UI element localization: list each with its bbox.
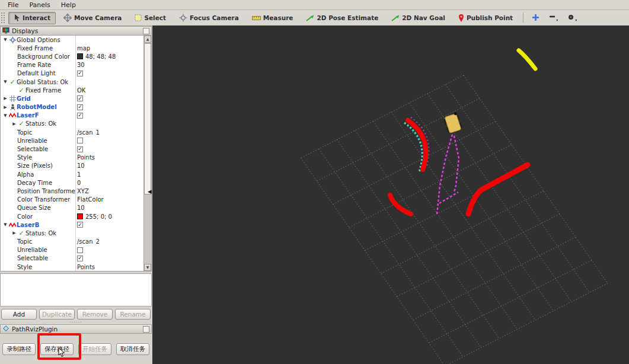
- tree-row[interactable]: ▶Grid✓: [1, 94, 151, 103]
- rename-display-button[interactable]: Rename: [115, 309, 151, 320]
- property-value[interactable]: [75, 138, 151, 143]
- property-value[interactable]: ✓: [75, 222, 151, 228]
- duplicate-display-button[interactable]: Duplicate: [39, 309, 75, 320]
- property-value[interactable]: FlatColor: [75, 196, 151, 203]
- tool-select-button[interactable]: Select: [129, 12, 171, 24]
- expand-arrow-icon[interactable]: ▼: [2, 113, 8, 118]
- tree-scrollbar[interactable]: ▲ ▼: [143, 36, 151, 271]
- menu-help[interactable]: Help: [56, 1, 81, 9]
- tool-properties-button[interactable]: ▾: [564, 12, 580, 23]
- tree-row[interactable]: Fixed Framemap: [1, 44, 151, 52]
- tool-measure-button[interactable]: Measure: [247, 12, 299, 24]
- property-value[interactable]: /scan_1: [75, 129, 151, 136]
- property-value[interactable]: ✓: [75, 104, 151, 110]
- scrollbar-thumb[interactable]: [144, 43, 151, 194]
- tree-row[interactable]: ▼LaserB✓: [1, 221, 151, 229]
- tree-row[interactable]: Decay Time0: [1, 178, 151, 187]
- tree-row[interactable]: Unreliable: [1, 246, 151, 254]
- expand-arrow-icon[interactable]: ▼: [2, 37, 8, 42]
- toolbar-drag-handle[interactable]: [1, 12, 5, 23]
- save-path-button[interactable]: 保存路径: [40, 343, 74, 355]
- property-value[interactable]: 255; 0; 0: [75, 213, 151, 220]
- property-value[interactable]: XYZ: [75, 188, 151, 194]
- property-value[interactable]: [75, 247, 151, 253]
- plugin-panel-header[interactable]: PathRvizPlugin: [0, 324, 152, 334]
- tree-row[interactable]: Color TransformerFlatColor: [1, 196, 151, 204]
- property-value[interactable]: 1: [75, 171, 151, 178]
- checkbox-checked[interactable]: ✓: [77, 222, 83, 228]
- checkbox-checked[interactable]: ✓: [77, 71, 83, 76]
- expand-arrow-icon[interactable]: ▼: [2, 79, 8, 84]
- property-value[interactable]: map: [75, 45, 151, 52]
- tree-row[interactable]: StylePoints: [1, 154, 151, 162]
- property-value[interactable]: ✓: [75, 95, 151, 101]
- property-value[interactable]: Points: [75, 154, 151, 161]
- menu-file[interactable]: File: [3, 1, 23, 9]
- tree-row[interactable]: Frame Rate30: [1, 61, 151, 69]
- cancel-task-button[interactable]: 取消任务: [116, 343, 149, 355]
- panel-float-button[interactable]: [143, 28, 149, 34]
- tool-interact-button[interactable]: Interact: [8, 12, 56, 24]
- property-value[interactable]: ✓: [75, 113, 151, 119]
- panel-float-button[interactable]: [143, 326, 149, 333]
- property-value[interactable]: ✓: [75, 71, 151, 76]
- expand-arrow-icon[interactable]: ▶: [2, 105, 8, 110]
- add-tool-button[interactable]: [529, 12, 542, 24]
- tree-row[interactable]: StylePoints: [1, 263, 151, 271]
- menu-panels[interactable]: Panels: [24, 1, 55, 9]
- tree-row[interactable]: ▶✓Status: Ok: [1, 120, 151, 128]
- property-value[interactable]: 0: [75, 180, 151, 186]
- tool-publish-point-button[interactable]: Publish Point: [453, 12, 518, 24]
- property-value[interactable]: /scan_2: [75, 238, 151, 245]
- tool-move-camera-button[interactable]: Move Camera: [58, 11, 127, 24]
- tree-row[interactable]: ▼Global Options: [1, 36, 151, 44]
- displays-panel-header[interactable]: Displays: [0, 26, 152, 36]
- color-swatch[interactable]: [77, 53, 83, 59]
- property-value[interactable]: 48; 48; 48: [75, 53, 151, 60]
- property-value[interactable]: 10: [75, 205, 151, 211]
- expand-arrow-icon[interactable]: ▶: [11, 122, 17, 126]
- property-value[interactable]: OK: [75, 87, 151, 94]
- tree-row[interactable]: Background Color48; 48; 48: [1, 52, 151, 60]
- checkbox-checked[interactable]: ✓: [77, 113, 83, 119]
- tree-row[interactable]: ✓Fixed FrameOK: [1, 86, 151, 94]
- color-swatch[interactable]: [77, 213, 83, 219]
- property-value[interactable]: ✓: [75, 146, 151, 152]
- record-path-button[interactable]: 录制路径: [2, 343, 36, 355]
- tree-row[interactable]: Topic/scan_2: [1, 238, 151, 246]
- tool-focus-camera-button[interactable]: Focus Camera: [174, 11, 244, 24]
- tree-row[interactable]: ▶✓Status: Ok: [1, 229, 151, 237]
- tree-row[interactable]: Topic/scan_1: [1, 128, 151, 136]
- render-viewport[interactable]: [152, 25, 629, 364]
- tree-row[interactable]: Position TransformerXYZ: [1, 187, 151, 195]
- displays-tree[interactable]: ▼Global OptionsFixed FramemapBackground …: [0, 36, 152, 272]
- tree-row[interactable]: ▶RobotModel✓: [1, 103, 151, 111]
- checkbox-checked[interactable]: ✓: [77, 95, 83, 101]
- property-value[interactable]: Points: [75, 264, 151, 270]
- tree-row[interactable]: Size (Pixels)10: [1, 162, 151, 170]
- checkbox-unchecked[interactable]: [77, 247, 83, 253]
- property-value[interactable]: 10: [75, 162, 151, 169]
- tree-row[interactable]: ▼LaserF✓: [1, 111, 151, 120]
- add-display-button[interactable]: Add: [1, 309, 37, 320]
- tree-row[interactable]: Selectable✓: [1, 145, 151, 153]
- checkbox-checked[interactable]: ✓: [77, 146, 83, 152]
- tree-row[interactable]: Default Light✓: [1, 69, 151, 78]
- tree-row[interactable]: Queue Size10: [1, 204, 151, 212]
- property-value[interactable]: ✓: [75, 256, 151, 261]
- tool-2d-pose-estimate-button[interactable]: 2D Pose Estimate: [301, 12, 384, 24]
- tree-row[interactable]: Color255; 0; 0: [1, 212, 151, 221]
- tree-row[interactable]: Selectable✓: [1, 254, 151, 263]
- checkbox-checked[interactable]: ✓: [77, 104, 83, 110]
- expand-arrow-icon[interactable]: ▼: [2, 222, 8, 227]
- property-value[interactable]: 30: [75, 62, 151, 68]
- tree-column-divider[interactable]: [75, 36, 76, 271]
- tree-row[interactable]: Unreliable: [1, 136, 151, 145]
- remove-display-button[interactable]: Remove: [77, 309, 113, 320]
- tree-row[interactable]: ▼✓Global Status: Ok: [1, 78, 151, 86]
- tree-row[interactable]: Alpha1: [1, 170, 151, 178]
- checkbox-unchecked[interactable]: [77, 138, 83, 143]
- panel-collapse-arrow-icon[interactable]: ◀: [148, 189, 152, 194]
- start-task-button[interactable]: 开始任务: [78, 343, 111, 355]
- scroll-up-icon[interactable]: ▲: [144, 36, 151, 43]
